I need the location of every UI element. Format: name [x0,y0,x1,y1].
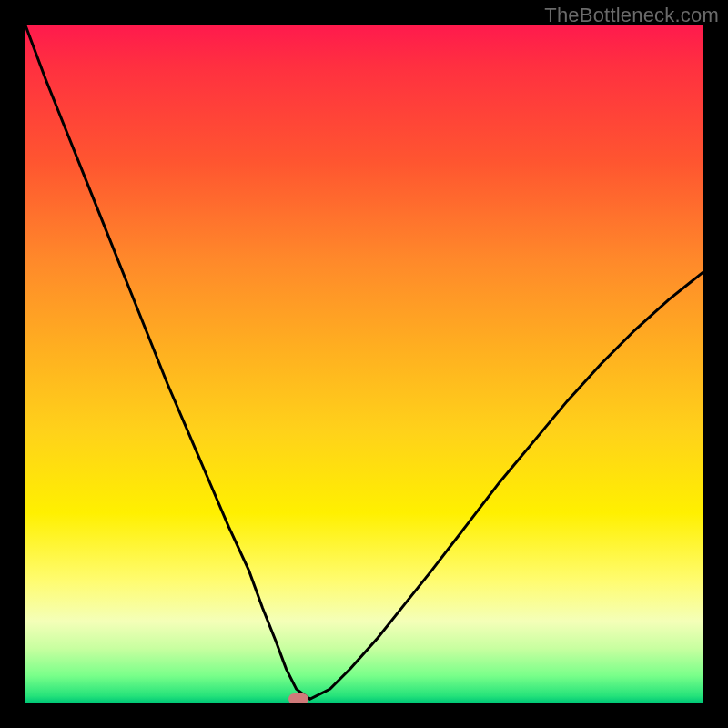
curve-svg [25,25,703,703]
chart-frame: TheBottleneck.com [0,0,728,728]
plot-area [25,25,703,703]
watermark-text: TheBottleneck.com [544,4,719,27]
bottleneck-curve [25,25,703,699]
minimum-marker [288,693,308,703]
